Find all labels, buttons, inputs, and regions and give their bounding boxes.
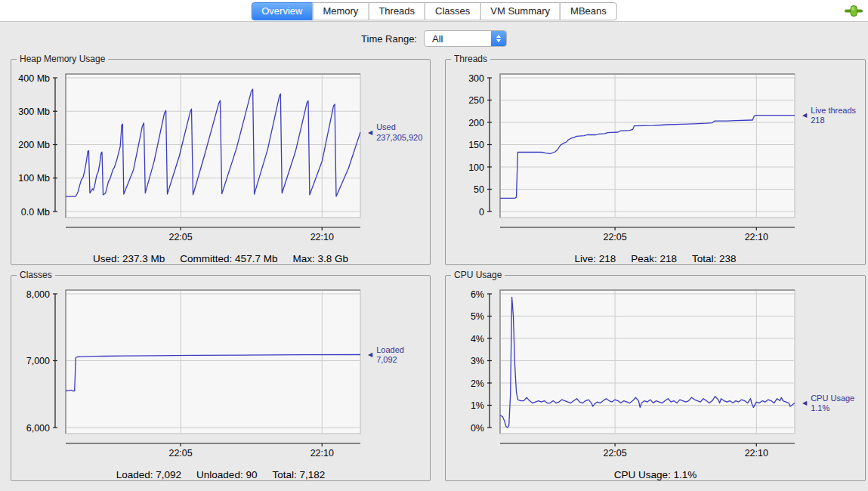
- legend-value: 237,305,920: [376, 133, 422, 144]
- cpu-usage-chart: 6%5%4%3%2%1%0%22:0522:10: [446, 284, 801, 467]
- dropdown-stepper-icon: [491, 31, 506, 46]
- svg-text:300: 300: [468, 73, 484, 84]
- threads-summary: Live: 218Peak: 218Total: 238: [446, 253, 865, 264]
- svg-text:200 Mb: 200 Mb: [18, 140, 50, 150]
- classes-chart: 8,0007,0006,00022:0522:10: [11, 284, 366, 467]
- svg-text:22:05: 22:05: [168, 232, 192, 242]
- svg-text:250: 250: [468, 95, 484, 106]
- svg-text:22:10: 22:10: [745, 232, 768, 242]
- svg-text:6,000: 6,000: [26, 423, 50, 434]
- classes-legend-area: ◀ Loaded 7,092: [366, 284, 430, 467]
- time-range-row: Time Range: All: [0, 22, 868, 55]
- svg-text:300 Mb: 300 Mb: [18, 107, 50, 117]
- classes-summary: Loaded: 7,092Unloaded: 90Total: 7,182: [11, 469, 430, 480]
- summary-live: Live: 218: [574, 253, 616, 264]
- svg-text:1%: 1%: [471, 400, 484, 411]
- svg-text:22:10: 22:10: [310, 232, 334, 242]
- svg-text:100: 100: [468, 162, 484, 173]
- summary-unloaded: Unloaded: 90: [196, 469, 257, 480]
- threads-panel: Threads 30025020015010050022:0522:10 ◀ L…: [445, 59, 866, 265]
- tab-classes[interactable]: Classes: [425, 2, 480, 20]
- time-range-value: All: [425, 31, 491, 46]
- summary-max: Max: 3.8 Gb: [292, 253, 348, 264]
- legend-value: 1.1%: [811, 403, 854, 414]
- svg-text:0: 0: [479, 207, 484, 218]
- time-range-label: Time Range:: [361, 33, 417, 45]
- svg-text:200: 200: [468, 118, 484, 128]
- tab-memory[interactable]: Memory: [312, 2, 369, 20]
- chart-grid: Heap Memory Usage 400 Mb300 Mb200 Mb100 …: [11, 59, 866, 481]
- summary-loaded: Loaded: 7,092: [116, 469, 181, 480]
- legend-arrow-icon: ◀: [802, 400, 807, 407]
- legend-arrow-icon: ◀: [802, 112, 807, 119]
- cpu-legend-area: ◀ CPU Usage 1.1%: [801, 284, 865, 467]
- svg-text:22:05: 22:05: [603, 448, 626, 459]
- panel-title-heap: Heap Memory Usage: [17, 54, 108, 64]
- heap-memory-panel: Heap Memory Usage 400 Mb300 Mb200 Mb100 …: [11, 59, 431, 265]
- svg-text:22:05: 22:05: [603, 232, 626, 242]
- svg-text:150: 150: [468, 140, 484, 150]
- svg-text:22:10: 22:10: [310, 448, 334, 459]
- summary-total: Total: 238: [692, 253, 737, 264]
- cpu-summary: CPU Usage: 1.1%: [446, 469, 865, 480]
- threads-chart: 30025020015010050022:0522:10: [446, 68, 801, 251]
- panel-title-cpu: CPU Usage: [451, 270, 505, 280]
- summary-committed: Committed: 457.7 Mb: [180, 253, 277, 264]
- legend-value: 7,092: [376, 355, 404, 366]
- svg-text:2%: 2%: [471, 378, 484, 389]
- classes-panel: Classes 8,0007,0006,00022:0522:10 ◀ Load…: [11, 275, 431, 481]
- svg-text:100 Mb: 100 Mb: [18, 173, 50, 184]
- legend-arrow-icon: ◀: [368, 351, 372, 359]
- svg-text:0%: 0%: [471, 423, 484, 434]
- tab-overview[interactable]: Overview: [251, 2, 313, 20]
- svg-text:8,000: 8,000: [26, 289, 50, 300]
- heap-summary: Used: 237.3 MbCommitted: 457.7 MbMax: 3.…: [11, 253, 430, 264]
- legend-value: 218: [811, 116, 856, 126]
- summary-used: Used: 237.3 Mb: [93, 253, 165, 264]
- threads-legend-area: ◀ Live threads 218: [801, 68, 865, 251]
- connection-status-icon: [845, 5, 863, 20]
- summary-total: Total: 7,182: [272, 469, 325, 480]
- panel-title-classes: Classes: [17, 270, 55, 280]
- tab-mbeans[interactable]: MBeans: [560, 2, 617, 20]
- summary-peak: Peak: 218: [631, 253, 677, 264]
- svg-text:6%: 6%: [471, 289, 484, 300]
- svg-text:50: 50: [474, 184, 484, 195]
- svg-text:5%: 5%: [471, 311, 484, 322]
- cpu-usage-panel: CPU Usage 6%5%4%3%2%1%0%22:0522:10 ◀ CPU…: [445, 275, 866, 481]
- svg-text:0.0 Mb: 0.0 Mb: [21, 207, 50, 218]
- svg-text:22:05: 22:05: [168, 448, 192, 459]
- tab-bar: Overview Memory Threads Classes VM Summa…: [0, 0, 868, 22]
- panel-title-threads: Threads: [451, 54, 490, 64]
- tab-threads[interactable]: Threads: [368, 2, 425, 20]
- tab-group: Overview Memory Threads Classes VM Summa…: [251, 2, 617, 20]
- summary-cpu: CPU Usage: 1.1%: [614, 469, 697, 480]
- svg-text:7,000: 7,000: [26, 356, 50, 366]
- svg-text:400 Mb: 400 Mb: [18, 73, 50, 84]
- svg-text:22:10: 22:10: [745, 448, 768, 459]
- svg-text:4%: 4%: [471, 334, 484, 344]
- svg-text:3%: 3%: [471, 356, 484, 366]
- legend-label: Loaded: [376, 345, 404, 356]
- legend-label: CPU Usage: [811, 394, 854, 404]
- time-range-select[interactable]: All: [424, 30, 507, 47]
- legend-label: Live threads: [811, 106, 856, 116]
- legend-arrow-icon: ◀: [368, 129, 372, 137]
- tab-vm-summary[interactable]: VM Summary: [480, 2, 561, 20]
- heap-memory-chart: 400 Mb300 Mb200 Mb100 Mb0.0 Mb22:0522:10: [11, 68, 366, 251]
- heap-legend-area: ◀ Used 237,305,920: [366, 68, 430, 251]
- legend-label: Used: [376, 122, 422, 133]
